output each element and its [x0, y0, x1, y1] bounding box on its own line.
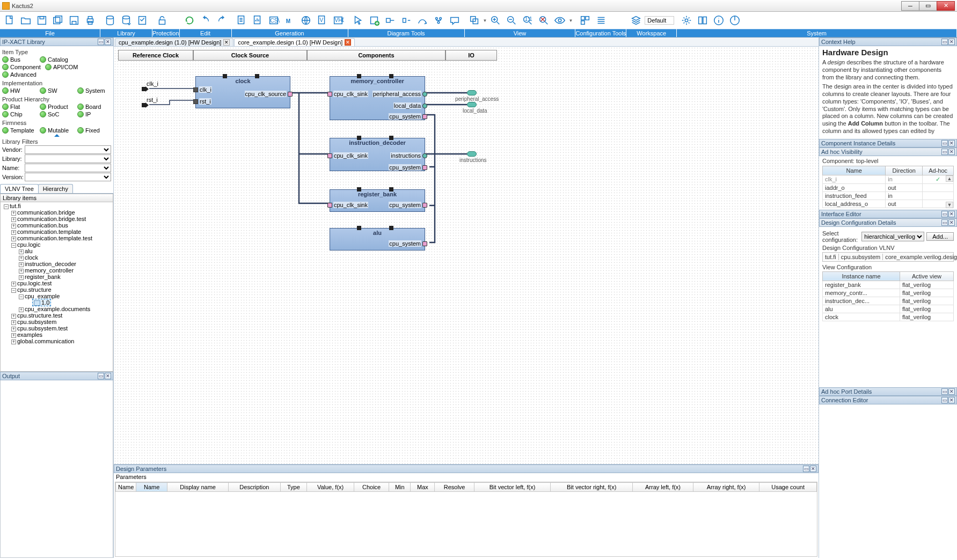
workspace-dropdown[interactable]: Default — [645, 16, 674, 25]
refresh-button[interactable] — [182, 13, 197, 28]
config-tool-2[interactable] — [594, 13, 609, 28]
input-pin-clk[interactable]: clk_i — [142, 86, 162, 92]
close-tab-icon[interactable]: ✕ — [223, 39, 230, 46]
gen-verilog-button[interactable]: V — [315, 13, 330, 28]
design-params-table[interactable]: Name Name Display name Description Type … — [115, 482, 817, 557]
zoom-fit-button[interactable] — [536, 13, 551, 28]
add-component-tool[interactable] — [367, 13, 382, 28]
col-io[interactable]: IO — [445, 50, 497, 61]
open-button[interactable] — [18, 13, 33, 28]
help-float-button[interactable]: ▭ — [941, 39, 948, 45]
gen-report-button[interactable] — [250, 13, 265, 28]
adhoc-table[interactable]: NameDirectionAd-hoc clk_iin✓ iaddr_oout … — [822, 166, 954, 208]
layers-button[interactable] — [467, 13, 482, 28]
help-close-button[interactable]: ✕ — [948, 39, 955, 45]
filter-template[interactable]: Template — [2, 127, 35, 134]
library-check-button[interactable] — [135, 13, 150, 28]
zoom-in-button[interactable] — [488, 13, 503, 28]
filter-sw[interactable]: SW — [40, 87, 73, 94]
collapse-filters-button[interactable] — [54, 134, 60, 137]
library-refresh-button[interactable] — [119, 13, 134, 28]
config-select[interactable]: hierarchical_verilog — [861, 232, 924, 241]
design-canvas[interactable]: Reference Clock Clock Source Components … — [114, 47, 819, 464]
exit-button[interactable] — [727, 13, 742, 28]
block-instruction-decoder[interactable]: instruction_decoder cpu_clk_sink instruc… — [330, 138, 425, 171]
version-select[interactable] — [25, 173, 111, 181]
dock-close-button[interactable]: ✕ — [105, 39, 111, 45]
filter-ip[interactable]: IP — [77, 111, 111, 117]
add-config-button[interactable]: Add... — [926, 232, 954, 241]
filter-hw[interactable]: HW — [2, 87, 35, 94]
filter-bus[interactable]: Bus — [2, 56, 35, 63]
block-clock[interactable]: clock clk_i rst_i cpu_clk_source — [195, 76, 290, 108]
filter-component[interactable]: Component — [2, 64, 41, 70]
filter-system[interactable]: System — [77, 87, 111, 94]
output-float-button[interactable]: ▭ — [98, 373, 104, 379]
redo-button[interactable] — [214, 13, 229, 28]
save-button[interactable] — [34, 13, 49, 28]
new-button[interactable] — [2, 13, 17, 28]
offpage-tool[interactable] — [431, 13, 446, 28]
filter-apicom[interactable]: API/COM — [45, 64, 78, 70]
block-alu[interactable]: alu cpu_system — [330, 228, 425, 250]
view-config-table[interactable]: Instance nameActive view register_bankfl… — [822, 271, 954, 321]
settings-button[interactable] — [679, 13, 694, 28]
library-select[interactable] — [25, 154, 111, 163]
filter-advanced[interactable]: Advanced — [2, 71, 36, 78]
block-memory-controller[interactable]: memory_controller cpu_clk_sink periphera… — [330, 76, 425, 120]
gen-net-button[interactable] — [298, 13, 313, 28]
minimize-button[interactable]: ─ — [901, 1, 919, 11]
tab-cpu-example[interactable]: cpu_example.design (1.0) [HW Design]✕ — [115, 38, 233, 46]
filter-flat[interactable]: Flat — [2, 104, 35, 110]
undo-button[interactable] — [198, 13, 213, 28]
workspace-icon[interactable] — [629, 13, 644, 28]
filter-catalog[interactable]: Catalog — [40, 56, 73, 63]
scroll-up-icon[interactable]: ▲ — [946, 175, 953, 182]
lock-button[interactable] — [155, 13, 170, 28]
col-components[interactable]: Components — [307, 50, 445, 61]
filter-chip[interactable]: Chip — [2, 111, 35, 117]
close-button[interactable]: ✕ — [937, 1, 955, 11]
block-register-bank[interactable]: register_bank cpu_clk_sink cpu_system — [330, 189, 425, 212]
io-instructions[interactable] — [467, 151, 477, 157]
select-tool[interactable] — [350, 13, 366, 28]
tab-hierarchy[interactable]: Hierarchy — [38, 184, 73, 193]
input-pin-rst[interactable]: rst_i — [142, 102, 161, 108]
params-float-button[interactable]: ▭ — [803, 466, 809, 472]
filter-board[interactable]: Board — [77, 104, 111, 110]
maximize-button[interactable]: ▭ — [919, 1, 937, 11]
gen-vhdl-button[interactable]: VHD — [331, 13, 346, 28]
zoom-11-button[interactable]: 1:1 — [520, 13, 535, 28]
scroll-down-icon[interactable]: ▼ — [946, 202, 953, 208]
zoom-out-button[interactable] — [504, 13, 519, 28]
gen-csv-button[interactable]: CSV — [266, 13, 281, 28]
tree-selected-version[interactable]: 1.0 — [32, 299, 51, 306]
filter-soc[interactable]: SoC — [40, 111, 73, 117]
config-tool-1[interactable] — [578, 13, 593, 28]
io-local-data[interactable] — [467, 102, 477, 107]
name-select[interactable] — [25, 164, 111, 172]
note-tool[interactable] — [447, 13, 462, 28]
output-close-button[interactable]: ✕ — [105, 373, 111, 379]
tab-core-example[interactable]: core_example.design (1.0) [HW Design]✕ — [234, 38, 355, 46]
visibility-button[interactable] — [552, 13, 567, 28]
tab-vlnv-tree[interactable]: VLNV Tree — [0, 184, 39, 193]
gen-doc-button[interactable] — [234, 13, 249, 28]
params-close-button[interactable]: ✕ — [810, 466, 816, 472]
vendor-select[interactable] — [25, 145, 111, 154]
dock-float-button[interactable]: ▭ — [98, 39, 104, 45]
library-open-button[interactable] — [103, 13, 118, 28]
interface-tool[interactable] — [383, 13, 398, 28]
filter-mutable[interactable]: Mutable — [40, 127, 73, 134]
col-reference-clock[interactable]: Reference Clock — [118, 50, 193, 61]
print-button[interactable] — [83, 13, 98, 28]
filter-fixed[interactable]: Fixed — [77, 127, 111, 134]
col-clock-source[interactable]: Clock Source — [193, 50, 307, 61]
connection-tool[interactable] — [415, 13, 430, 28]
library-tree[interactable]: Library items −tut.fi +communication.bri… — [0, 194, 113, 372]
save-as-button[interactable] — [67, 13, 82, 28]
about-button[interactable] — [711, 13, 726, 28]
close-tab-icon[interactable]: ✕ — [345, 39, 351, 46]
save-all-button[interactable] — [50, 13, 65, 28]
filter-product[interactable]: Product — [40, 104, 73, 110]
